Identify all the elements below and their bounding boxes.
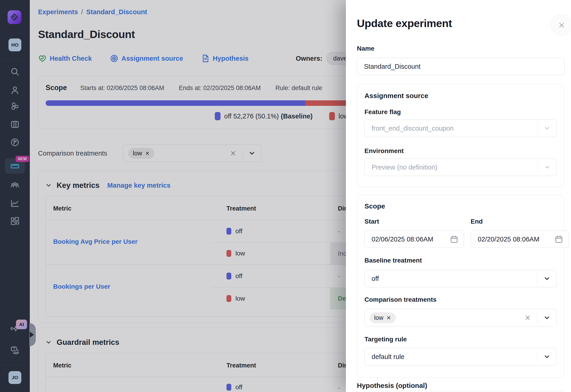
start-date-input[interactable]: 02/06/2025 08:06AM (364, 230, 464, 248)
collapse-chevron-icon[interactable] (45, 339, 52, 346)
owners-label: Owners: (296, 55, 322, 62)
baseline-treatment-value: off (371, 275, 379, 282)
assignment-source-link[interactable]: Assignment source (110, 54, 183, 63)
people-group-icon[interactable] (10, 181, 20, 190)
pulse-flag-icon[interactable] (10, 138, 20, 147)
search-icon[interactable] (10, 67, 20, 77)
chevron-down-icon (544, 164, 551, 171)
select-divider (538, 162, 538, 173)
comparison-treatments-row: Comparison treatments low (38, 145, 261, 162)
treatment-swatch-low (227, 250, 231, 257)
drawer-title: Update experiment (357, 17, 452, 29)
heart-check-icon (38, 54, 47, 63)
name-value: Standard_Discount (364, 63, 421, 70)
select-divider (537, 351, 537, 363)
user-avatar[interactable]: JO (9, 371, 21, 384)
feature-flag-select[interactable]: front_end_discount_coupon (364, 120, 557, 137)
chevron-down-icon[interactable] (543, 275, 551, 282)
ruler-metrics-icon (10, 161, 20, 171)
name-label: Name (357, 45, 374, 52)
chevron-down-icon (544, 125, 551, 132)
treatment-cell: low (227, 295, 245, 302)
close-drawer-button[interactable] (551, 14, 571, 36)
comparison-treatments-select[interactable]: low (364, 309, 557, 327)
line-chart-icon[interactable] (10, 198, 20, 208)
hypothesis-link[interactable]: Hypothesis (201, 54, 248, 63)
baseline-treatment-select[interactable]: off (364, 270, 557, 287)
distribution-legend: off 52,276 (50.1%) (Baseline) low (215, 112, 348, 120)
hypothesis-input[interactable] (357, 391, 565, 392)
key-metrics-title: Key metrics (57, 181, 100, 190)
treatment-chip-low[interactable]: low (128, 148, 154, 158)
start-date-value: 02/06/2025 08:06AM (371, 236, 433, 243)
close-icon (558, 21, 566, 29)
legend-swatch-low (329, 112, 335, 120)
scope-starts-at: Starts at: 02/06/2025 08:06AM (80, 84, 164, 92)
sidebar-divider (0, 365, 30, 365)
metric-link-bookings-per-user[interactable]: Bookings per User (53, 283, 110, 290)
breadcrumb-experiments-link[interactable]: Experiments (38, 8, 78, 16)
calendar-icon[interactable] (450, 235, 459, 244)
chip-remove-icon[interactable] (145, 151, 150, 156)
treatment-chip-label: low (374, 314, 384, 322)
clear-selection-icon[interactable] (524, 314, 531, 321)
statsig-logo[interactable] (8, 10, 21, 24)
environment-value: Preview (no definition) (371, 164, 437, 171)
treatment-swatch-off (227, 273, 231, 280)
collapse-chevron-icon[interactable] (45, 182, 52, 189)
targeting-rule-value: default rule (371, 353, 405, 361)
clear-selection-icon[interactable] (230, 150, 237, 157)
chevron-right-icon (30, 332, 34, 338)
feature-flag-label: Feature flag (364, 108, 401, 116)
column-header-metric: Metric (53, 205, 71, 212)
column-header-metric: Metric (53, 362, 71, 369)
legend-label-off: off 52,276 (50.1%) (224, 112, 279, 120)
calendar-icon[interactable] (554, 235, 563, 244)
legend-swatch-off (215, 112, 221, 120)
metric-link-booking-avg-price[interactable]: Booking Avg Price per User (53, 238, 138, 245)
hexagon-cluster-icon[interactable] (10, 102, 20, 111)
health-check-link[interactable]: Health Check (38, 54, 92, 63)
ai-badge: AI (16, 320, 27, 329)
update-experiment-drawer: Update experiment Name Standard_Discount… (346, 0, 571, 392)
treatment-swatch-low (227, 295, 231, 302)
workspace-avatar[interactable]: HO (9, 39, 21, 51)
column-header-treatment: Treatment (227, 362, 256, 369)
end-label: End (471, 218, 483, 225)
help-chat-icon[interactable]: ? (10, 346, 20, 355)
scope-rule: Rule: default rule (275, 84, 322, 92)
document-icon (201, 54, 210, 63)
chevron-down-icon[interactable] (543, 314, 551, 322)
manage-key-metrics-link[interactable]: Manage key metrics (107, 182, 171, 189)
chevron-down-icon[interactable] (248, 150, 256, 157)
targeting-rule-select[interactable]: default rule (364, 348, 557, 365)
ai-sparkle-icon[interactable]: AI (10, 324, 20, 334)
end-date-input[interactable]: 02/20/2025 08:06AM (471, 230, 569, 248)
end-date-value: 02/20/2025 08:06AM (478, 236, 539, 243)
name-input[interactable]: Standard_Discount (357, 58, 565, 75)
feature-flag-value: front_end_discount_coupon (371, 125, 454, 132)
user-icon[interactable] (10, 85, 20, 95)
environment-label: Environment (364, 147, 404, 155)
new-badge: NEW (15, 156, 29, 162)
chip-remove-icon[interactable] (386, 315, 391, 320)
chevron-down-icon[interactable] (543, 353, 551, 360)
treatment-name: off (235, 272, 243, 280)
environment-select[interactable]: Preview (no definition) (364, 158, 557, 176)
select-divider (537, 312, 537, 323)
sidebar: HO NEW (0, 0, 30, 392)
svg-text:?: ? (13, 347, 15, 351)
comparison-treatments-label: Comparison treatments (38, 150, 107, 157)
columns-board-icon[interactable] (10, 120, 20, 129)
treatment-chip-low[interactable]: low (370, 312, 396, 323)
comparison-treatments-select[interactable]: low (123, 145, 261, 162)
assignment-source-title: Assignment source (364, 92, 428, 100)
dashboard-grid-icon[interactable] (10, 216, 20, 226)
treatment-cell: off (227, 272, 243, 280)
sidebar-item-metrics-active[interactable]: NEW (5, 158, 25, 174)
treatment-name: off (235, 227, 243, 235)
panel-expand-handle[interactable] (29, 323, 36, 346)
breadcrumb-current-link[interactable]: Standard_Discount (86, 8, 147, 16)
breadcrumb: Experiments / Standard_Discount (38, 8, 147, 16)
bullseye-icon (110, 54, 118, 63)
